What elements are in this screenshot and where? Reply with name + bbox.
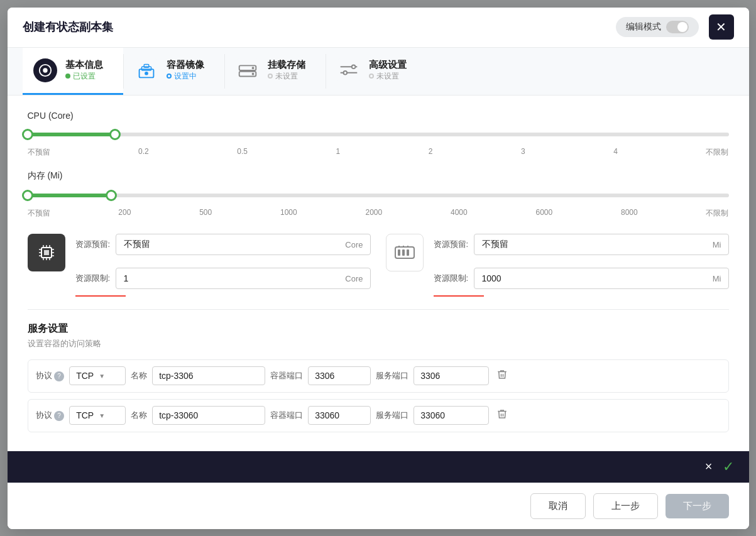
service-row-0-protocol-select[interactable]: TCP ▼ — [69, 366, 126, 385]
cpu-reserve-input[interactable] — [116, 234, 371, 255]
modal-body: CPU (Core) 不预留 0.2 0.5 1 2 3 4 不限制 — [8, 96, 749, 483]
memory-slider-fill — [28, 194, 112, 197]
service-row-1-delete-button[interactable] — [494, 406, 510, 425]
tab-container-status-dot — [167, 74, 172, 79]
cpu-resource-fields: 资源预留: Core 资源限制: Core — [75, 234, 371, 297]
memory-limit-unit: Mi — [713, 273, 721, 283]
dark-bar-confirm-button[interactable]: ✓ — [723, 459, 734, 475]
tab-container[interactable]: 容器镜像 设置中 — [124, 48, 224, 95]
memory-reserve-unit: Mi — [713, 239, 721, 249]
service-row-1-protocol-value: TCP — [76, 410, 94, 420]
close-icon: ✕ — [716, 19, 726, 35]
prev-button[interactable]: 上一步 — [593, 493, 658, 519]
memory-section-label: 内存 (Mi) — [28, 170, 729, 182]
memory-reserve-row: 资源预留: Mi — [434, 234, 729, 255]
chevron-down-icon-0: ▼ — [99, 373, 105, 380]
memory-limit-row: 资源限制: Mi — [434, 268, 729, 289]
memory-label-2: 500 — [199, 208, 212, 219]
cpu-red-underline — [75, 295, 126, 297]
service-row-0-service-port-input[interactable] — [414, 366, 489, 385]
memory-slider-track — [28, 194, 729, 197]
cpu-slider-labels: 不预留 0.2 0.5 1 2 3 4 不限制 — [28, 147, 729, 158]
cpu-slider-track — [28, 133, 729, 136]
svg-rect-12 — [337, 58, 361, 82]
cpu-label-6: 4 — [613, 147, 618, 158]
memory-resource-fields: 资源预留: Mi 资源限制: Mi — [434, 234, 729, 297]
service-section: 服务设置 设置容器的访问策略 协议 ? TCP ▼ 名称 容器端口 服务端口 — [28, 322, 729, 432]
tab-storage[interactable]: 挂载存储 未设置 — [225, 48, 326, 95]
svg-point-10 — [251, 67, 254, 69]
cpu-limit-input[interactable] — [116, 268, 371, 289]
service-desc: 设置容器的访问策略 — [28, 338, 729, 349]
svg-point-6 — [145, 71, 148, 75]
memory-limit-label: 资源限制: — [434, 273, 469, 284]
service-row-1-container-port-input[interactable] — [308, 406, 371, 425]
tab-advanced-icon — [336, 58, 361, 83]
tab-basic[interactable]: 基本信息 已设置 — [23, 48, 123, 95]
dark-bar-close-button[interactable]: × — [705, 459, 713, 474]
memory-label-4: 2000 — [365, 208, 382, 219]
next-button[interactable]: 下一步 — [666, 494, 729, 518]
memory-thumb-right[interactable] — [106, 190, 117, 201]
service-title: 服务设置 — [28, 322, 729, 336]
service-row-1-name-input[interactable] — [152, 406, 265, 425]
tab-storage-text: 挂载存储 未设置 — [268, 59, 305, 82]
memory-reserve-input-wrap: Mi — [474, 234, 729, 255]
cpu-label-3: 1 — [336, 147, 341, 158]
tab-advanced-label: 高级设置 — [369, 59, 407, 71]
tab-advanced-status: 未设置 — [376, 71, 399, 82]
svg-point-11 — [251, 72, 254, 75]
svg-rect-20 — [44, 250, 49, 255]
tab-container-status: 设置中 — [174, 71, 197, 82]
memory-slider-wrapper[interactable] — [28, 188, 729, 203]
protocol-help-icon-1[interactable]: ? — [54, 411, 64, 421]
tab-container-text: 容器镜像 设置中 — [167, 59, 204, 82]
modal-header: 创建有状态副本集 编辑模式 ✕ — [8, 8, 749, 48]
memory-red-underline — [434, 295, 484, 297]
service-row-1-container-port-label: 容器端口 — [270, 410, 303, 421]
tab-storage-label: 挂载存储 — [268, 59, 305, 71]
service-row-1-protocol-select[interactable]: TCP ▼ — [69, 406, 126, 425]
cancel-button[interactable]: 取消 — [530, 493, 586, 519]
service-row-1-service-port-input[interactable] — [414, 406, 489, 425]
cpu-limit-row: 资源限制: Core — [75, 268, 371, 289]
cpu-label-5: 3 — [521, 147, 525, 158]
tab-basic-icon — [33, 58, 58, 83]
service-row-0-container-port-label: 容器端口 — [270, 370, 303, 381]
service-row-0-delete-button[interactable] — [494, 366, 510, 386]
edit-mode-toggle[interactable] — [666, 21, 689, 33]
protocol-help-icon-0[interactable]: ? — [54, 371, 64, 381]
service-row-0-name-input[interactable] — [152, 366, 265, 385]
cpu-thumb-left[interactable] — [22, 129, 33, 140]
tab-advanced-status-dot — [369, 74, 374, 79]
dark-bar: × ✓ — [8, 451, 749, 483]
cpu-section-label: CPU (Core) — [28, 111, 729, 121]
service-row-1-service-port-label: 服务端口 — [376, 410, 408, 421]
cpu-limit-input-wrap: Core — [116, 268, 371, 289]
cpu-thumb-right[interactable] — [109, 129, 121, 140]
tab-advanced[interactable]: 高级设置 未设置 — [326, 48, 427, 95]
memory-limit-input[interactable] — [474, 268, 729, 289]
service-row-1-name-label: 名称 — [131, 410, 147, 421]
memory-limit-input-wrap: Mi — [474, 268, 729, 289]
cpu-resource-col: 资源预留: Core 资源限制: Core — [28, 234, 371, 297]
cpu-limit-label: 资源限制: — [75, 273, 111, 284]
cpu-label-1: 0.2 — [138, 147, 149, 158]
edit-mode-button[interactable]: 编辑模式 — [616, 17, 699, 37]
service-row-0-protocol-label: 协议 ? — [36, 370, 65, 381]
cpu-reserve-input-wrap: Core — [116, 234, 371, 255]
service-row-0-container-port-input[interactable] — [308, 366, 371, 385]
memory-reserve-input[interactable] — [474, 234, 729, 255]
resource-fields-row: 资源预留: Core 资源限制: Core — [28, 234, 729, 297]
modal-overlay: 创建有状态副本集 编辑模式 ✕ 基 — [0, 0, 756, 536]
tab-storage-status-dot — [268, 74, 273, 79]
memory-thumb-left[interactable] — [22, 190, 33, 201]
chevron-down-icon-1: ▼ — [99, 412, 105, 419]
close-button[interactable]: ✕ — [709, 14, 734, 40]
memory-reserve-label: 资源预留: — [434, 239, 469, 250]
cpu-slider-wrapper[interactable] — [28, 127, 729, 142]
tab-basic-status: 已设置 — [73, 71, 96, 82]
header-right: 编辑模式 ✕ — [616, 14, 734, 40]
modal: 创建有状态副本集 编辑模式 ✕ 基 — [8, 8, 749, 529]
memory-label-3: 1000 — [280, 208, 297, 219]
